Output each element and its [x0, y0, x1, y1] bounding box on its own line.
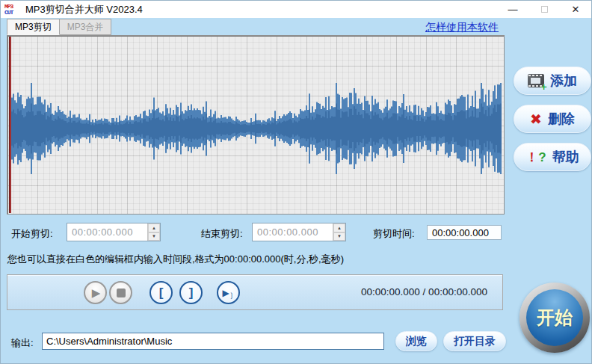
help-button[interactable]: ！? 帮助 — [514, 143, 591, 171]
player-time-display: 00:00:00.000 / 00:00:00.000 — [344, 286, 505, 297]
app-window: MP3 CUT MP3剪切合并大师 V2023.4 — ✕ MP3剪切 MP3合… — [0, 0, 592, 364]
add-film-icon: ＋ — [528, 74, 544, 87]
delete-x-icon: ✖ — [530, 112, 542, 126]
output-path-input[interactable] — [42, 333, 384, 350]
player-panel: ▶ [ ] ▶❳ 00:00:00.000 / 00:00:00.000 — [7, 274, 503, 310]
window-title: MP3剪切合并大师 V2023.4 — [25, 3, 143, 16]
output-label: 输出: — [11, 336, 34, 350]
close-button[interactable]: ✕ — [560, 1, 591, 18]
maximize-button[interactable] — [528, 1, 560, 18]
add-button[interactable]: ＋ 添加 — [514, 67, 591, 95]
how-to-use-link[interactable]: 怎样使用本软件 — [425, 21, 499, 34]
start-cut-spinbox[interactable]: 00:00:00.000 ▲ ▼ — [67, 223, 161, 241]
play-selection-button[interactable]: ▶❳ — [217, 281, 240, 304]
tab-mp3-cut[interactable]: MP3剪切 — [7, 19, 60, 35]
playhead-cursor[interactable] — [9, 37, 11, 213]
delete-button[interactable]: ✖ 删除 — [514, 105, 591, 133]
open-directory-button[interactable]: 打开目录 — [443, 331, 506, 351]
set-start-bracket-button[interactable]: [ — [149, 281, 173, 304]
help-icon: ！? — [525, 151, 546, 164]
minimize-button[interactable]: — — [497, 1, 528, 18]
start-cut-spin-up-icon[interactable]: ▲ — [148, 223, 160, 232]
maximize-icon — [541, 6, 548, 13]
help-button-label: 帮助 — [552, 148, 579, 166]
stop-button[interactable] — [109, 281, 132, 304]
tab-bar: MP3剪切 MP3合并 — [7, 19, 111, 35]
app-icon: MP3 CUT — [4, 3, 21, 16]
add-button-label: 添加 — [550, 72, 577, 90]
end-cut-spin-up-icon[interactable]: ▲ — [333, 223, 345, 232]
start-cut-spinner: ▲ ▼ — [147, 223, 160, 241]
start-cut-value[interactable]: 00:00:00.000 — [67, 223, 147, 241]
end-cut-value[interactable]: 00:00:00.000 — [253, 223, 333, 241]
play-icon: ▶ — [92, 287, 101, 298]
bracket-right-icon: ] — [189, 286, 194, 299]
end-cut-label: 结束剪切: — [201, 227, 243, 241]
window-controls: — ✕ — [497, 1, 591, 18]
app-icon-text-bottom: CUT — [4, 10, 21, 16]
waveform-graphic — [7, 36, 504, 214]
set-end-bracket-button[interactable]: ] — [179, 281, 203, 304]
end-cut-spinner: ▲ ▼ — [333, 223, 345, 241]
waveform-panel[interactable] — [7, 35, 505, 215]
stop-icon — [117, 289, 126, 297]
cut-duration-label: 剪切时间: — [373, 227, 415, 241]
title-bar: MP3 CUT MP3剪切合并大师 V2023.4 — ✕ — [1, 1, 591, 18]
browse-button[interactable]: 浏览 — [395, 331, 437, 351]
tab-mp3-merge[interactable]: MP3合并 — [60, 19, 112, 35]
start-button-face: 开始 — [526, 289, 583, 346]
end-cut-spin-down-icon[interactable]: ▼ — [333, 232, 345, 241]
start-cut-label: 开始剪切: — [11, 227, 53, 241]
play-selection-bracket-icon: ❳ — [229, 291, 235, 299]
delete-button-label: 删除 — [548, 110, 575, 128]
start-cut-spin-down-icon[interactable]: ▼ — [148, 232, 160, 241]
cut-duration-value: 00:00:00.000 — [427, 225, 502, 240]
end-cut-spinbox[interactable]: 00:00:00.000 ▲ ▼ — [252, 223, 346, 241]
start-button-label: 开始 — [537, 306, 573, 330]
bracket-left-icon: [ — [159, 286, 164, 299]
format-hint-text: 您也可以直接在白色的编辑框内输入时间段,格式为00:00:00.000(时,分,… — [7, 253, 344, 266]
play-button[interactable]: ▶ — [84, 281, 107, 304]
start-button[interactable]: 开始 — [519, 283, 590, 353]
